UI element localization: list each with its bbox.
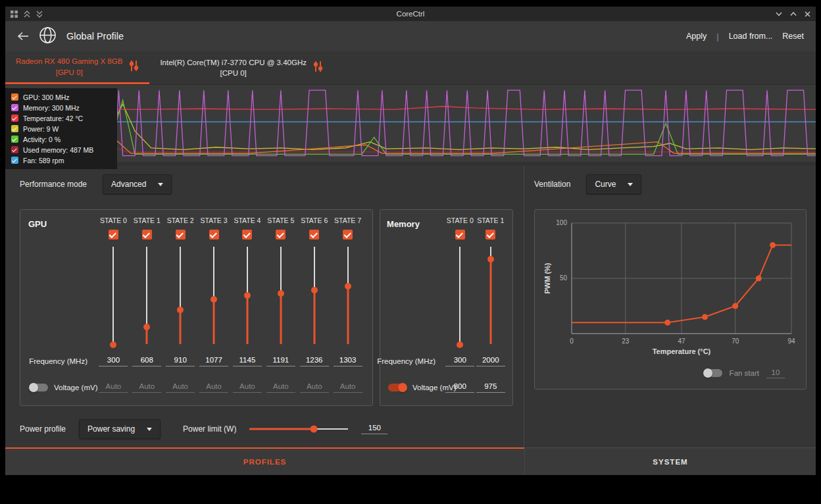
legend-checkbox[interactable] — [11, 125, 18, 132]
voltage-input[interactable]: 975 — [476, 382, 505, 393]
apply-button[interactable]: Apply — [686, 32, 707, 41]
power-limit-input[interactable]: 150 — [361, 424, 387, 434]
frequency-input[interactable]: 608 — [132, 356, 161, 366]
frequency-input[interactable]: 910 — [166, 356, 195, 366]
frequency-input[interactable]: 1303 — [334, 356, 362, 366]
state-checkbox[interactable] — [209, 230, 219, 239]
ventilation-mode-dropdown[interactable]: Curve — [586, 174, 641, 194]
fan-chart-ylabel: PWM (%) — [543, 263, 551, 293]
voltage-input[interactable]: Auto — [99, 382, 128, 393]
fan-start-input[interactable]: 10 — [766, 368, 785, 378]
frequency-slider[interactable] — [297, 244, 331, 347]
close-icon[interactable] — [805, 11, 810, 17]
slider-handle[interactable] — [278, 290, 284, 297]
fan-curve-point[interactable] — [756, 276, 762, 282]
voltage-input[interactable]: Auto — [166, 382, 195, 393]
state-checkbox[interactable] — [142, 230, 152, 239]
slider-handle[interactable] — [487, 256, 494, 263]
voltage-input[interactable]: 800 — [445, 382, 474, 393]
state-checkbox[interactable] — [343, 230, 353, 239]
fan-curve-point[interactable] — [664, 320, 670, 326]
frequency-input[interactable]: 1145 — [233, 356, 262, 366]
frequency-slider[interactable] — [164, 244, 197, 347]
fan-curve-point[interactable] — [702, 314, 708, 320]
reset-button[interactable]: Reset — [782, 32, 804, 41]
sliders-icon — [128, 59, 139, 75]
state-checkbox[interactable] — [455, 230, 465, 239]
tab-system[interactable]: SYSTEM — [524, 447, 816, 475]
slider-fill — [213, 299, 215, 344]
window-title: CoreCtrl — [89, 10, 732, 18]
voltage-input[interactable]: Auto — [132, 382, 161, 393]
slider-handle[interactable] — [457, 341, 463, 348]
voltage-input[interactable]: Auto — [334, 382, 362, 393]
chevrons-up-icon[interactable] — [24, 11, 30, 18]
legend-checkbox[interactable] — [11, 114, 18, 122]
state-label: STATE 1 — [477, 216, 504, 224]
state-column-header: STATE 7 — [331, 215, 364, 239]
legend-checkbox[interactable] — [11, 146, 18, 153]
slider-handle[interactable] — [345, 283, 351, 290]
frequency-input[interactable]: 1191 — [266, 356, 295, 366]
chevrons-down-icon[interactable] — [36, 11, 43, 18]
slider-handle[interactable] — [211, 296, 217, 303]
state-column-header: STATE 0 — [445, 215, 475, 239]
legend-checkbox[interactable] — [11, 136, 18, 143]
frequency-input[interactable]: 1077 — [199, 356, 228, 366]
legend-label: Activity: 0 % — [23, 136, 61, 143]
slider-handle[interactable] — [310, 426, 317, 433]
back-button[interactable] — [17, 32, 29, 41]
voltage-input[interactable]: Auto — [300, 382, 329, 393]
power-profile-dropdown[interactable]: Power saving — [79, 419, 161, 439]
toggle-knob — [29, 383, 38, 392]
power-limit-label: Power limit (W) — [183, 424, 236, 434]
slider-handle[interactable] — [110, 341, 116, 348]
state-checkbox[interactable] — [485, 230, 495, 239]
power-limit-slider[interactable] — [249, 425, 348, 433]
minimize-icon[interactable] — [776, 12, 782, 16]
tab-gpu-device[interactable]: Radeon RX 480 Gaming X 8GB [GPU 0] — [5, 51, 149, 84]
fan-curve-point[interactable] — [732, 303, 738, 309]
legend-checkbox[interactable] — [11, 157, 18, 164]
apps-grid-icon[interactable] — [11, 11, 18, 18]
frequency-slider[interactable] — [97, 244, 130, 347]
slider-handle[interactable] — [311, 287, 318, 293]
maximize-icon[interactable] — [790, 12, 797, 16]
power-profile-value: Power saving — [87, 424, 135, 434]
frequency-input[interactable]: 300 — [445, 356, 474, 366]
voltage-toggle[interactable] — [30, 384, 48, 391]
state-checkbox[interactable] — [242, 230, 252, 239]
legend-checkbox[interactable] — [11, 93, 18, 101]
frequency-slider[interactable] — [264, 244, 297, 347]
tab-cpu-device[interactable]: Intel(R) Core(TM) i7-3770 CPU @ 3.40GHz … — [149, 51, 334, 84]
state-checkbox[interactable] — [176, 230, 186, 239]
fan-curve-panel: 02347709450100PWM (%)Temperature (°C) Fa… — [534, 209, 807, 390]
slider-handle[interactable] — [244, 292, 251, 299]
state-checkbox[interactable] — [309, 230, 319, 239]
frequency-slider[interactable] — [476, 244, 506, 347]
frequency-slider[interactable] — [445, 244, 475, 347]
fan-curve-point[interactable] — [770, 242, 776, 248]
voltage-toggle[interactable] — [388, 384, 407, 391]
voltage-value-cell: Auto — [297, 382, 331, 393]
slider-handle[interactable] — [143, 324, 150, 330]
load-from-button[interactable]: Load from... — [729, 32, 773, 41]
frequency-input[interactable]: 1236 — [300, 356, 329, 366]
slider-handle[interactable] — [177, 307, 184, 313]
frequency-input[interactable]: 2000 — [476, 356, 505, 366]
voltage-input[interactable]: Auto — [266, 382, 295, 393]
frequency-slider[interactable] — [331, 244, 364, 347]
voltage-input[interactable]: Auto — [233, 382, 262, 393]
performance-mode-dropdown[interactable]: Advanced — [103, 174, 172, 194]
state-checkbox[interactable] — [276, 230, 286, 239]
fan-start-toggle[interactable] — [704, 369, 722, 377]
frequency-slider[interactable] — [130, 244, 164, 347]
legend-checkbox[interactable] — [11, 104, 18, 111]
fan-curve-chart[interactable]: 02347709450100PWM (%)Temperature (°C) — [541, 215, 799, 357]
tab-profiles[interactable]: PROFILES — [5, 447, 524, 475]
state-checkbox[interactable] — [109, 230, 118, 239]
frequency-slider[interactable] — [231, 244, 264, 347]
voltage-input[interactable]: Auto — [199, 382, 228, 393]
frequency-slider[interactable] — [197, 244, 231, 347]
frequency-input[interactable]: 300 — [99, 356, 128, 366]
